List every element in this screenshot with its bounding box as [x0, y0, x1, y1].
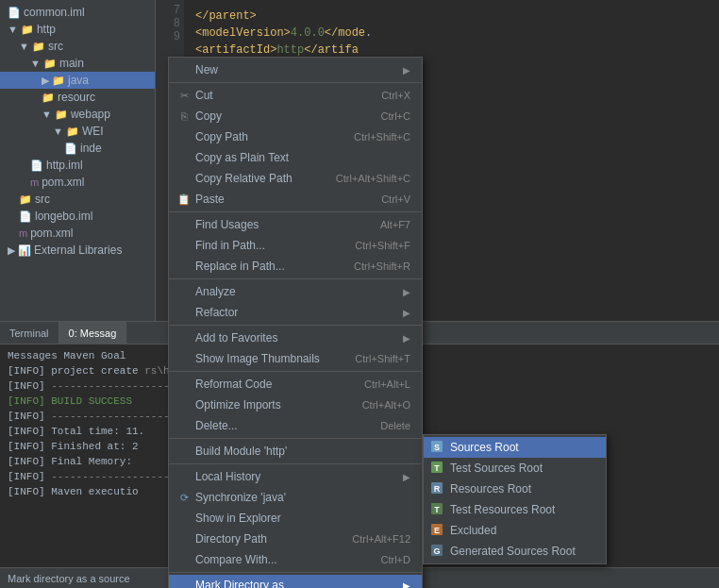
xml-icon: m	[19, 227, 27, 239]
menu-item-show-thumbnails[interactable]: Show Image Thumbnails Ctrl+Shift+T	[169, 348, 422, 369]
svg-text:G: G	[433, 546, 440, 556]
tree-item-webapp[interactable]: ▼ 📁 webapp	[0, 106, 155, 123]
folder-icon: 📁	[19, 193, 32, 206]
tree-item-java[interactable]: ▶ 📁 java	[0, 72, 155, 89]
submenu-item-excluded[interactable]: E Excluded	[424, 520, 606, 541]
menu-item-delete[interactable]: Delete... Delete	[169, 415, 422, 436]
menu-separator	[169, 438, 422, 439]
arrow-down-icon: ▼	[42, 109, 52, 120]
menu-item-reformat[interactable]: Reformat Code Ctrl+Alt+L	[169, 374, 422, 395]
cut-icon: ✂	[176, 90, 192, 102]
tree-item-common-iml[interactable]: 📄 common.iml	[0, 4, 155, 21]
menu-item-new[interactable]: New ▶	[169, 59, 422, 80]
mark-directory-submenu: S Sources Root T Test Sources Root R Res…	[423, 434, 607, 564]
messages-tab[interactable]: 0: Messag	[59, 322, 127, 344]
file-icon: 📄	[64, 143, 77, 155]
folder-icon: 📁	[55, 109, 68, 121]
context-menu: New ▶ ✂ Cut Ctrl+X ⎘ Copy Ctrl+C Copy Pa…	[168, 57, 423, 588]
menu-separator	[169, 278, 422, 279]
submenu-arrow-icon: ▶	[403, 472, 410, 482]
submenu-item-test-sources-root[interactable]: T Test Sources Root	[424, 458, 606, 479]
tree-item-resources[interactable]: 📁 resourc	[0, 89, 155, 106]
menu-separator	[169, 371, 422, 372]
svg-text:T: T	[434, 505, 440, 514]
menu-item-find-in-path[interactable]: Find in Path... Ctrl+Shift+F	[169, 235, 422, 256]
menu-item-replace-in-path[interactable]: Replace in Path... Ctrl+Shift+R	[169, 256, 422, 277]
svg-text:R: R	[434, 484, 441, 494]
tree-item-index[interactable]: 📄 inde	[0, 140, 155, 157]
iml-icon: 📄	[30, 160, 43, 172]
menu-separator	[169, 211, 422, 212]
menu-item-show-explorer[interactable]: Show in Explorer	[169, 508, 422, 529]
menu-item-local-history[interactable]: Local History ▶	[169, 466, 422, 487]
menu-item-analyze[interactable]: Analyze ▶	[169, 281, 422, 302]
excluded-icon: E	[429, 523, 444, 539]
tree-item-src[interactable]: ▼ 📁 src	[0, 38, 155, 55]
file-tree: 📄 common.iml ▼ 📁 http ▼ 📁 src ▼ 📁 main ▶…	[0, 0, 156, 321]
sources-root-icon: S	[429, 440, 444, 456]
submenu-arrow-icon: ▶	[403, 287, 410, 297]
menu-item-synchronize[interactable]: ⟳ Synchronize 'java'	[169, 487, 422, 508]
sync-icon: ⟳	[176, 492, 192, 504]
arrow-right-icon: ▶	[8, 244, 15, 257]
submenu-item-resources-root[interactable]: R Resources Root	[424, 479, 606, 499]
submenu-arrow-icon: ▶	[403, 580, 410, 589]
arrow-down-icon: ▼	[53, 126, 63, 137]
menu-item-copy-plain[interactable]: Copy as Plain Text	[169, 147, 422, 168]
menu-item-paste[interactable]: 📋 Paste Ctrl+V	[169, 189, 422, 210]
svg-text:E: E	[434, 526, 440, 535]
menu-item-copy[interactable]: ⎘ Copy Ctrl+C	[169, 106, 422, 126]
tree-item-http-iml[interactable]: 📄 http.iml	[0, 157, 155, 174]
tree-item-http[interactable]: ▼ 📁 http	[0, 21, 155, 38]
menu-item-cut[interactable]: ✂ Cut Ctrl+X	[169, 85, 422, 106]
menu-item-find-usages[interactable]: Find Usages Alt+F7	[169, 214, 422, 235]
menu-item-refactor[interactable]: Refactor ▶	[169, 302, 422, 323]
menu-separator	[169, 325, 422, 326]
library-icon: 📊	[18, 244, 31, 257]
arrow-down-icon: ▼	[19, 41, 29, 52]
terminal-tab[interactable]: Terminal	[0, 322, 59, 344]
folder-icon: 📁	[52, 75, 65, 87]
folder-icon: 📁	[43, 58, 57, 70]
tree-item-wei[interactable]: ▼ 📁 WEI	[0, 123, 155, 140]
folder-icon: 📁	[66, 126, 79, 138]
submenu-arrow-icon: ▶	[403, 65, 410, 76]
tree-item-src2[interactable]: 📁 src	[0, 191, 155, 208]
menu-item-mark-directory[interactable]: Mark Directory as ▶	[169, 575, 422, 588]
tree-item-pom-xml2[interactable]: m pom.xml	[0, 225, 155, 242]
arrow-down-icon: ▼	[30, 58, 41, 69]
folder-icon: 📁	[42, 92, 55, 104]
menu-separator	[169, 463, 422, 464]
menu-item-copy-path[interactable]: Copy Path Ctrl+Shift+C	[169, 126, 422, 147]
menu-item-copy-relative[interactable]: Copy Relative Path Ctrl+Alt+Shift+C	[169, 168, 422, 189]
test-resources-icon: T	[429, 502, 444, 518]
generated-sources-icon: G	[429, 544, 444, 560]
menu-item-optimize-imports[interactable]: Optimize Imports Ctrl+Alt+O	[169, 395, 422, 415]
submenu-arrow-icon: ▶	[403, 308, 410, 318]
menu-item-add-favorites[interactable]: Add to Favorites ▶	[169, 328, 422, 348]
submenu-item-test-resources-root[interactable]: T Test Resources Root	[424, 499, 606, 520]
submenu-item-sources-root[interactable]: S Sources Root	[424, 437, 606, 458]
tree-item-longebo-iml[interactable]: 📄 longebo.iml	[0, 208, 155, 225]
tree-item-external-libs[interactable]: ▶ 📊 External Libraries	[0, 242, 155, 259]
folder-icon: 📁	[21, 24, 34, 36]
menu-separator	[169, 572, 422, 573]
svg-text:S: S	[434, 443, 440, 452]
resources-root-icon: R	[429, 481, 444, 497]
tree-item-main[interactable]: ▼ 📁 main	[0, 55, 155, 72]
iml-icon: 📄	[19, 210, 32, 223]
xml-icon: m	[30, 176, 39, 188]
arrow-down-icon: ▼	[8, 24, 18, 35]
copy-icon: ⎘	[176, 110, 192, 122]
folder-icon: 📁	[32, 41, 45, 53]
menu-item-directory-path[interactable]: Directory Path Ctrl+Alt+F12	[169, 529, 422, 549]
iml-icon: 📄	[8, 7, 21, 19]
menu-item-compare-with[interactable]: Compare With... Ctrl+D	[169, 549, 422, 570]
submenu-item-generated-sources[interactable]: G Generated Sources Root	[424, 541, 606, 562]
arrow-right-icon: ▶	[42, 75, 49, 87]
menu-separator	[169, 82, 422, 83]
menu-item-build-module[interactable]: Build Module 'http'	[169, 441, 422, 462]
paste-icon: 📋	[176, 193, 192, 206]
test-sources-icon: T	[429, 461, 444, 477]
tree-item-pom-xml[interactable]: m pom.xml	[0, 174, 155, 191]
